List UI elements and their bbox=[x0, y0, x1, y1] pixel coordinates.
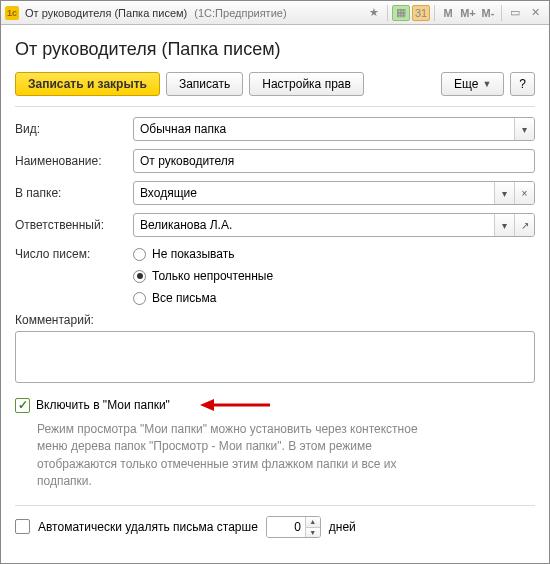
owner-label: Ответственный: bbox=[15, 218, 133, 232]
radio-icon bbox=[133, 248, 146, 261]
arrow-annotation bbox=[200, 397, 270, 413]
kind-label: Вид: bbox=[15, 122, 133, 136]
more-button[interactable]: Еще▼ bbox=[441, 72, 504, 96]
save-button[interactable]: Записать bbox=[166, 72, 243, 96]
folder-input[interactable] bbox=[134, 182, 494, 204]
radio-icon bbox=[133, 270, 146, 283]
minimize-button[interactable]: ▭ bbox=[506, 5, 524, 21]
kind-select[interactable]: ▾ bbox=[133, 117, 535, 141]
calendar-icon[interactable]: 31 bbox=[412, 5, 430, 21]
dropdown-icon[interactable]: ▾ bbox=[494, 182, 514, 204]
open-icon[interactable]: ↗ bbox=[514, 214, 534, 236]
kind-input[interactable] bbox=[134, 118, 514, 140]
days-input[interactable] bbox=[267, 517, 305, 537]
name-label: Наименование: bbox=[15, 154, 133, 168]
help-button[interactable]: ? bbox=[510, 72, 535, 96]
dropdown-icon[interactable]: ▾ bbox=[514, 118, 534, 140]
autodelete-label: Автоматически удалять письма старше bbox=[38, 520, 258, 534]
step-down-icon[interactable]: ▼ bbox=[306, 527, 320, 537]
radio-all[interactable]: Все письма bbox=[133, 291, 273, 305]
include-label: Включить в "Мои папки" bbox=[36, 398, 170, 412]
m-minus-button[interactable]: M- bbox=[479, 5, 497, 21]
folder-select[interactable]: ▾ × bbox=[133, 181, 535, 205]
app-icon: 1c bbox=[5, 6, 19, 20]
include-hint: Режим просмотра "Мои папки" можно устано… bbox=[15, 419, 445, 493]
chevron-down-icon: ▼ bbox=[482, 79, 491, 89]
save-close-button[interactable]: Записать и закрыть bbox=[15, 72, 160, 96]
svg-marker-1 bbox=[200, 399, 214, 411]
m-plus-button[interactable]: M+ bbox=[459, 5, 477, 21]
rights-button[interactable]: Настройка прав bbox=[249, 72, 364, 96]
close-button[interactable]: ✕ bbox=[526, 5, 544, 21]
count-label: Число писем: bbox=[15, 245, 133, 261]
favorite-icon[interactable]: ★ bbox=[365, 5, 383, 21]
include-checkbox[interactable]: ✓ bbox=[15, 398, 30, 413]
name-input[interactable] bbox=[134, 150, 534, 172]
clear-icon[interactable]: × bbox=[514, 182, 534, 204]
calc-icon[interactable]: ▦ bbox=[392, 5, 410, 21]
autodelete-checkbox[interactable] bbox=[15, 519, 30, 534]
page-title: От руководителя (Папка писем) bbox=[15, 39, 535, 60]
dropdown-icon[interactable]: ▾ bbox=[494, 214, 514, 236]
window-title: От руководителя (Папка писем) (1С:Предпр… bbox=[25, 7, 287, 19]
radio-icon bbox=[133, 292, 146, 305]
owner-select[interactable]: ▾ ↗ bbox=[133, 213, 535, 237]
owner-input[interactable] bbox=[134, 214, 494, 236]
name-field[interactable] bbox=[133, 149, 535, 173]
separator bbox=[15, 505, 535, 506]
comment-textarea[interactable] bbox=[15, 331, 535, 383]
m-button[interactable]: M bbox=[439, 5, 457, 21]
radio-unread[interactable]: Только непрочтенные bbox=[133, 269, 273, 283]
days-unit: дней bbox=[329, 520, 356, 534]
check-icon: ✓ bbox=[18, 399, 28, 411]
folder-label: В папке: bbox=[15, 186, 133, 200]
step-up-icon[interactable]: ▲ bbox=[306, 517, 320, 527]
comment-label: Комментарий: bbox=[15, 313, 535, 327]
titlebar: 1c От руководителя (Папка писем) (1С:Пре… bbox=[1, 1, 549, 25]
radio-none[interactable]: Не показывать bbox=[133, 247, 273, 261]
toolbar: Записать и закрыть Записать Настройка пр… bbox=[15, 72, 535, 107]
days-stepper[interactable]: ▲ ▼ bbox=[266, 516, 321, 538]
